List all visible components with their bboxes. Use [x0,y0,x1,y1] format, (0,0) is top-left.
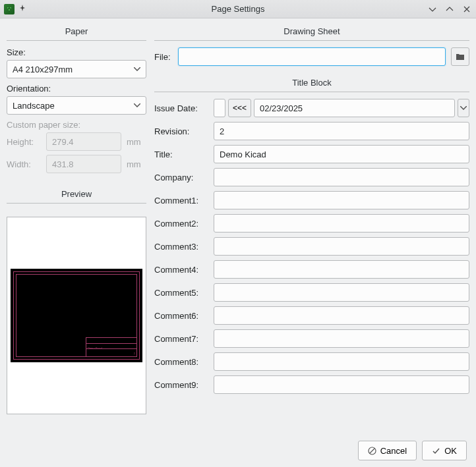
folder-icon [456,53,465,61]
title-input[interactable] [214,145,469,163]
title-label: Title: [154,150,208,159]
cancel-icon [368,447,376,455]
comment3-label: Comment3: [154,242,208,252]
width-input [46,155,121,173]
issue-date-label: Issue Date: [154,103,208,113]
divider [154,40,469,41]
ok-label: OK [444,446,457,456]
comment4-label: Comment4: [154,265,208,275]
height-input [46,132,121,151]
app-icon [4,4,15,14]
window-title: Page Settings [0,4,476,14]
comment6-input[interactable] [214,306,469,325]
preview-page: Demo Kicad 2 [11,269,142,362]
ok-button[interactable]: OK [422,441,467,460]
size-select[interactable]: A4 210x297mm [7,60,146,78]
comment1-label: Comment1: [154,196,208,206]
browse-button[interactable] [451,47,469,66]
minimize-button[interactable] [427,4,438,14]
comment5-label: Comment5: [154,288,208,298]
divider [7,40,146,41]
date-copy-button[interactable]: <<< [228,99,251,117]
divider [154,92,469,92]
comment5-input[interactable] [214,283,469,302]
cancel-label: Cancel [380,446,407,456]
maximize-button[interactable] [444,4,455,14]
drawing-sheet-heading: Drawing Sheet [154,24,469,40]
width-unit: mm [127,159,146,169]
size-label: Size: [7,47,146,57]
comment2-label: Comment2: [154,219,208,229]
comment2-input[interactable] [214,214,469,233]
revision-input[interactable] [214,122,469,140]
orientation-select[interactable]: Landscape [7,96,146,115]
comment8-input[interactable] [214,352,469,371]
comment7-label: Comment7: [154,334,208,344]
issue-date-input[interactable] [214,99,225,117]
date-picker-dropdown[interactable] [458,99,469,117]
orientation-label: Orientation: [7,84,146,94]
chevron-down-icon [460,106,467,110]
cancel-button[interactable]: Cancel [358,441,417,460]
comment9-label: Comment9: [154,380,208,390]
file-input[interactable] [178,47,446,66]
preview-heading: Preview [7,186,146,203]
pin-icon[interactable] [18,4,26,14]
width-label: Width: [7,159,41,169]
company-label: Company: [154,173,208,182]
comment1-input[interactable] [214,191,469,209]
custom-size-label: Custom paper size: [7,120,146,130]
check-icon [432,447,440,455]
revision-label: Revision: [154,126,208,136]
titlebar: Page Settings [0,0,476,18]
comment3-input[interactable] [214,237,469,256]
comment6-label: Comment6: [154,311,208,321]
close-button[interactable] [461,4,472,14]
date-picker-input[interactable] [254,99,455,117]
comment8-label: Comment8: [154,357,208,367]
paper-heading: Paper [7,24,146,40]
file-label: File: [154,52,173,62]
comment4-input[interactable] [214,260,469,279]
comment9-input[interactable] [214,375,469,394]
company-input[interactable] [214,168,469,186]
height-label: Height: [7,137,41,147]
comment7-input[interactable] [214,329,469,348]
preview-area: Demo Kicad 2 [7,217,146,414]
title-block-heading: Title Block [154,75,469,92]
height-unit: mm [127,137,146,147]
divider [7,203,146,204]
svg-line-1 [370,449,374,453]
